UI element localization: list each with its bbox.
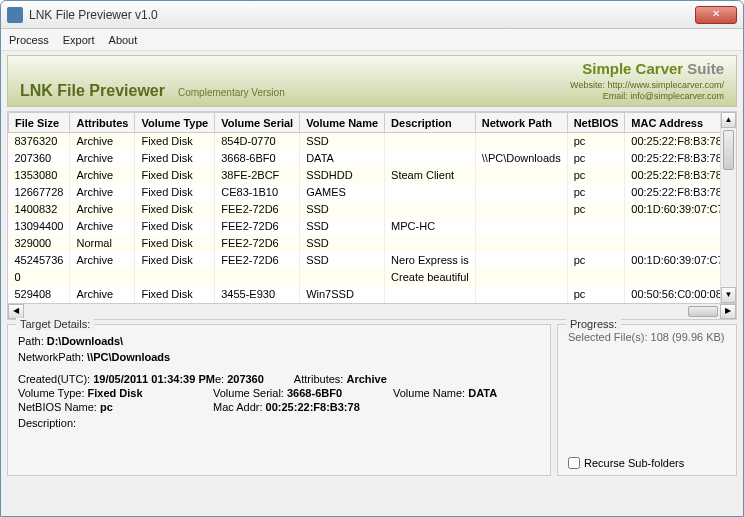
cell-np: [475, 167, 567, 184]
target-attr: Archive: [346, 373, 386, 385]
cell-ma: [625, 235, 720, 252]
cell-ma: 00:50:56:C0:00:08: [625, 286, 720, 303]
cell-nb: pc: [567, 252, 625, 269]
cell-vt: Fixed Disk: [135, 218, 215, 235]
scroll-left-icon[interactable]: ◀: [8, 304, 24, 319]
cell-vs: 854D-0770: [215, 133, 300, 150]
hscroll-thumb[interactable]: [688, 306, 718, 317]
horizontal-scrollbar[interactable]: ◀ ▶: [7, 304, 737, 320]
cell-vn: SSD: [300, 218, 385, 235]
cell-nb: [567, 235, 625, 252]
col-volume-type[interactable]: Volume Type: [135, 113, 215, 133]
cell-np: [475, 133, 567, 150]
target-volser: 3668-6BF0: [287, 387, 342, 399]
cell-nb: pc: [567, 133, 625, 150]
cell-vt: Fixed Disk: [135, 167, 215, 184]
table-row[interactable]: 12667728ArchiveFixed DiskCE83-1B10GAMESp…: [9, 184, 721, 201]
recurse-checkbox[interactable]: [568, 457, 580, 469]
cell-ma: [625, 269, 720, 286]
close-button[interactable]: ✕: [695, 6, 737, 24]
cell-de: Steam Client: [385, 167, 476, 184]
table-row[interactable]: 8376320ArchiveFixed Disk854D-0770SSDpc00…: [9, 133, 721, 150]
cell-vt: [135, 269, 215, 286]
table-scroll[interactable]: File Size Attributes Volume Type Volume …: [8, 112, 720, 303]
titlebar[interactable]: LNK File Previewer v1.0 ✕: [1, 1, 743, 29]
cell-vn: SSD: [300, 252, 385, 269]
cell-vs: FEE2-72D6: [215, 201, 300, 218]
scroll-down-icon[interactable]: ▼: [721, 287, 736, 303]
cell-vn: SSDHDD: [300, 167, 385, 184]
menu-process[interactable]: Process: [9, 34, 49, 46]
col-volume-serial[interactable]: Volume Serial: [215, 113, 300, 133]
cell-nb: pc: [567, 167, 625, 184]
cell-vs: FEE2-72D6: [215, 218, 300, 235]
table-row[interactable]: 529408ArchiveFixed Disk3455-E930Win7SSDp…: [9, 286, 721, 303]
scroll-right-icon[interactable]: ▶: [720, 304, 736, 319]
table-row[interactable]: 13094400ArchiveFixed DiskFEE2-72D6SSDMPC…: [9, 218, 721, 235]
cell-np: [475, 286, 567, 303]
cell-vt: Fixed Disk: [135, 201, 215, 218]
target-path: D:\Downloads\: [47, 335, 123, 347]
col-attributes[interactable]: Attributes: [70, 113, 135, 133]
website-link[interactable]: http://www.simplecarver.com/: [607, 80, 724, 90]
table-row[interactable]: 1353080ArchiveFixed Disk38FE-2BCFSSDHDDS…: [9, 167, 721, 184]
cell-ma: 00:25:22:F8:B3:78: [625, 184, 720, 201]
scroll-thumb[interactable]: [723, 130, 734, 170]
window: LNK File Previewer v1.0 ✕ Process Export…: [0, 0, 744, 517]
cell-at: Archive: [70, 150, 135, 167]
cell-at: Archive: [70, 184, 135, 201]
cell-np: [475, 184, 567, 201]
cell-vs: 3668-6BF0: [215, 150, 300, 167]
cell-np: [475, 218, 567, 235]
content: Simple Carver Suite Website: http://www.…: [1, 51, 743, 516]
cell-de: Create beautiful: [385, 269, 476, 286]
menu-export[interactable]: Export: [63, 34, 95, 46]
cell-vs: [215, 269, 300, 286]
cell-fs: 8376320: [9, 133, 70, 150]
table-row[interactable]: 1400832ArchiveFixed DiskFEE2-72D6SSDpc00…: [9, 201, 721, 218]
email-link[interactable]: info@simplecarver.com: [630, 91, 724, 101]
col-mac[interactable]: MAC Address: [625, 113, 720, 133]
cell-at: Archive: [70, 218, 135, 235]
cell-ma: 00:25:22:F8:B3:78: [625, 150, 720, 167]
cell-at: Archive: [70, 286, 135, 303]
table-row[interactable]: 207360ArchiveFixed Disk3668-6BF0DATA\\PC…: [9, 150, 721, 167]
cell-vn: DATA: [300, 150, 385, 167]
cell-ma: [625, 218, 720, 235]
cell-ma: 00:1D:60:39:07:C7: [625, 201, 720, 218]
cell-vn: [300, 269, 385, 286]
cell-fs: 207360: [9, 150, 70, 167]
cell-vn: SSD: [300, 235, 385, 252]
col-volume-name[interactable]: Volume Name: [300, 113, 385, 133]
col-netbios[interactable]: NetBIOS: [567, 113, 625, 133]
col-description[interactable]: Description: [385, 113, 476, 133]
app-icon: [7, 7, 23, 23]
table-row[interactable]: 0Create beautiful: [9, 269, 721, 286]
cell-vs: FEE2-72D6: [215, 252, 300, 269]
col-file-size[interactable]: File Size: [9, 113, 70, 133]
banner-subtitle: Complementary Version: [178, 87, 285, 98]
cell-vt: Fixed Disk: [135, 133, 215, 150]
table-row[interactable]: 329000NormalFixed DiskFEE2-72D6SSD: [9, 235, 721, 252]
table-header-row: File Size Attributes Volume Type Volume …: [9, 113, 721, 133]
cell-fs: 13094400: [9, 218, 70, 235]
brand: Simple Carver Suite: [582, 60, 724, 77]
progress-legend: Progress:: [566, 318, 621, 330]
cell-np: [475, 201, 567, 218]
table-row[interactable]: 45245736ArchiveFixed DiskFEE2-72D6SSDNer…: [9, 252, 721, 269]
menu-about[interactable]: About: [109, 34, 138, 46]
cell-vt: Fixed Disk: [135, 184, 215, 201]
cell-vn: SSD: [300, 133, 385, 150]
cell-nb: pc: [567, 150, 625, 167]
target-mac: 00:25:22:F8:B3:78: [266, 401, 360, 413]
scroll-up-icon[interactable]: ▲: [721, 112, 736, 128]
target-size: 207360: [227, 373, 264, 385]
cell-de: [385, 133, 476, 150]
cell-vs: FEE2-72D6: [215, 235, 300, 252]
col-network-path[interactable]: Network Path: [475, 113, 567, 133]
cell-de: MPC-HC: [385, 218, 476, 235]
cell-vn: SSD: [300, 201, 385, 218]
vertical-scrollbar[interactable]: ▲ ▼: [720, 112, 736, 303]
target-desc-label: Description:: [18, 417, 76, 429]
bottom-panels: Target Details: Path: D:\Downloads\ Netw…: [7, 324, 737, 476]
